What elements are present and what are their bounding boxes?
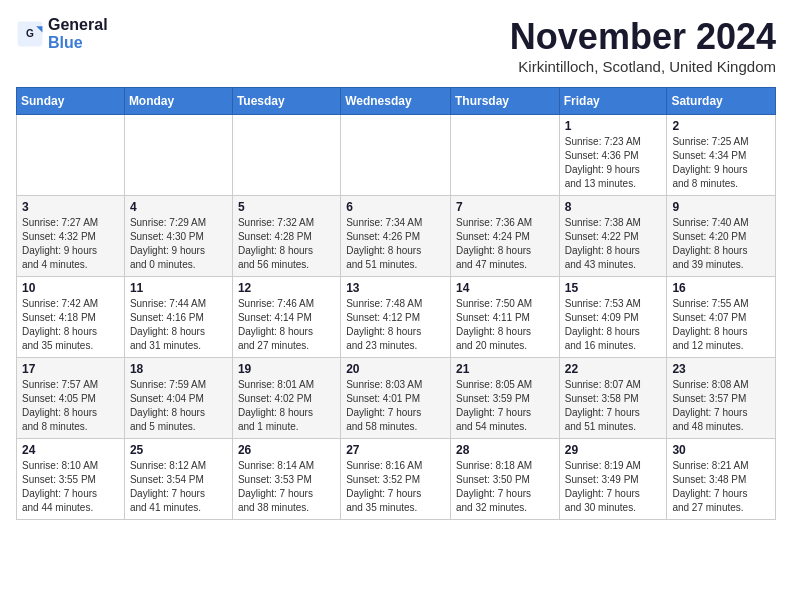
day-info: Sunrise: 7:53 AM Sunset: 4:09 PM Dayligh…	[565, 297, 662, 353]
calendar-cell: 11Sunrise: 7:44 AM Sunset: 4:16 PM Dayli…	[124, 277, 232, 358]
day-info: Sunrise: 7:40 AM Sunset: 4:20 PM Dayligh…	[672, 216, 770, 272]
day-info: Sunrise: 7:32 AM Sunset: 4:28 PM Dayligh…	[238, 216, 335, 272]
header-day-tuesday: Tuesday	[232, 88, 340, 115]
day-info: Sunrise: 7:57 AM Sunset: 4:05 PM Dayligh…	[22, 378, 119, 434]
day-number: 10	[22, 281, 119, 295]
calendar-cell: 29Sunrise: 8:19 AM Sunset: 3:49 PM Dayli…	[559, 439, 667, 520]
day-info: Sunrise: 7:50 AM Sunset: 4:11 PM Dayligh…	[456, 297, 554, 353]
header-row: SundayMondayTuesdayWednesdayThursdayFrid…	[17, 88, 776, 115]
day-number: 29	[565, 443, 662, 457]
calendar-cell: 19Sunrise: 8:01 AM Sunset: 4:02 PM Dayli…	[232, 358, 340, 439]
calendar-cell: 18Sunrise: 7:59 AM Sunset: 4:04 PM Dayli…	[124, 358, 232, 439]
calendar-cell: 3Sunrise: 7:27 AM Sunset: 4:32 PM Daylig…	[17, 196, 125, 277]
day-info: Sunrise: 7:27 AM Sunset: 4:32 PM Dayligh…	[22, 216, 119, 272]
calendar-cell: 15Sunrise: 7:53 AM Sunset: 4:09 PM Dayli…	[559, 277, 667, 358]
day-number: 16	[672, 281, 770, 295]
day-number: 21	[456, 362, 554, 376]
week-row-2: 3Sunrise: 7:27 AM Sunset: 4:32 PM Daylig…	[17, 196, 776, 277]
calendar-cell: 20Sunrise: 8:03 AM Sunset: 4:01 PM Dayli…	[341, 358, 451, 439]
calendar-cell: 16Sunrise: 7:55 AM Sunset: 4:07 PM Dayli…	[667, 277, 776, 358]
calendar-cell: 7Sunrise: 7:36 AM Sunset: 4:24 PM Daylig…	[450, 196, 559, 277]
day-info: Sunrise: 8:08 AM Sunset: 3:57 PM Dayligh…	[672, 378, 770, 434]
day-number: 5	[238, 200, 335, 214]
calendar-cell: 5Sunrise: 7:32 AM Sunset: 4:28 PM Daylig…	[232, 196, 340, 277]
day-info: Sunrise: 7:29 AM Sunset: 4:30 PM Dayligh…	[130, 216, 227, 272]
calendar-cell: 13Sunrise: 7:48 AM Sunset: 4:12 PM Dayli…	[341, 277, 451, 358]
day-info: Sunrise: 7:42 AM Sunset: 4:18 PM Dayligh…	[22, 297, 119, 353]
calendar-cell: 25Sunrise: 8:12 AM Sunset: 3:54 PM Dayli…	[124, 439, 232, 520]
day-number: 27	[346, 443, 445, 457]
calendar-cell	[17, 115, 125, 196]
day-info: Sunrise: 7:55 AM Sunset: 4:07 PM Dayligh…	[672, 297, 770, 353]
day-number: 17	[22, 362, 119, 376]
day-number: 7	[456, 200, 554, 214]
day-number: 2	[672, 119, 770, 133]
title-section: November 2024 Kirkintilloch, Scotland, U…	[510, 16, 776, 75]
week-row-3: 10Sunrise: 7:42 AM Sunset: 4:18 PM Dayli…	[17, 277, 776, 358]
day-info: Sunrise: 8:03 AM Sunset: 4:01 PM Dayligh…	[346, 378, 445, 434]
day-info: Sunrise: 7:48 AM Sunset: 4:12 PM Dayligh…	[346, 297, 445, 353]
calendar-cell: 27Sunrise: 8:16 AM Sunset: 3:52 PM Dayli…	[341, 439, 451, 520]
svg-text:G: G	[26, 28, 34, 39]
calendar-cell: 1Sunrise: 7:23 AM Sunset: 4:36 PM Daylig…	[559, 115, 667, 196]
calendar-table: SundayMondayTuesdayWednesdayThursdayFrid…	[16, 87, 776, 520]
header-day-saturday: Saturday	[667, 88, 776, 115]
week-row-1: 1Sunrise: 7:23 AM Sunset: 4:36 PM Daylig…	[17, 115, 776, 196]
day-number: 14	[456, 281, 554, 295]
calendar-cell: 21Sunrise: 8:05 AM Sunset: 3:59 PM Dayli…	[450, 358, 559, 439]
day-number: 3	[22, 200, 119, 214]
calendar-cell: 23Sunrise: 8:08 AM Sunset: 3:57 PM Dayli…	[667, 358, 776, 439]
day-number: 22	[565, 362, 662, 376]
calendar-header: SundayMondayTuesdayWednesdayThursdayFrid…	[17, 88, 776, 115]
calendar-cell: 17Sunrise: 7:57 AM Sunset: 4:05 PM Dayli…	[17, 358, 125, 439]
calendar-cell: 22Sunrise: 8:07 AM Sunset: 3:58 PM Dayli…	[559, 358, 667, 439]
calendar-cell: 30Sunrise: 8:21 AM Sunset: 3:48 PM Dayli…	[667, 439, 776, 520]
day-info: Sunrise: 7:36 AM Sunset: 4:24 PM Dayligh…	[456, 216, 554, 272]
day-info: Sunrise: 8:14 AM Sunset: 3:53 PM Dayligh…	[238, 459, 335, 515]
calendar-cell: 4Sunrise: 7:29 AM Sunset: 4:30 PM Daylig…	[124, 196, 232, 277]
week-row-5: 24Sunrise: 8:10 AM Sunset: 3:55 PM Dayli…	[17, 439, 776, 520]
calendar-cell	[232, 115, 340, 196]
day-number: 12	[238, 281, 335, 295]
header-day-sunday: Sunday	[17, 88, 125, 115]
calendar-cell: 8Sunrise: 7:38 AM Sunset: 4:22 PM Daylig…	[559, 196, 667, 277]
day-number: 8	[565, 200, 662, 214]
day-number: 15	[565, 281, 662, 295]
calendar-cell	[341, 115, 451, 196]
day-info: Sunrise: 8:05 AM Sunset: 3:59 PM Dayligh…	[456, 378, 554, 434]
calendar-cell: 24Sunrise: 8:10 AM Sunset: 3:55 PM Dayli…	[17, 439, 125, 520]
day-info: Sunrise: 8:19 AM Sunset: 3:49 PM Dayligh…	[565, 459, 662, 515]
day-info: Sunrise: 7:38 AM Sunset: 4:22 PM Dayligh…	[565, 216, 662, 272]
location-subtitle: Kirkintilloch, Scotland, United Kingdom	[510, 58, 776, 75]
logo: G General Blue	[16, 16, 108, 51]
day-number: 23	[672, 362, 770, 376]
day-info: Sunrise: 8:07 AM Sunset: 3:58 PM Dayligh…	[565, 378, 662, 434]
calendar-body: 1Sunrise: 7:23 AM Sunset: 4:36 PM Daylig…	[17, 115, 776, 520]
header-day-wednesday: Wednesday	[341, 88, 451, 115]
day-info: Sunrise: 7:44 AM Sunset: 4:16 PM Dayligh…	[130, 297, 227, 353]
day-info: Sunrise: 8:18 AM Sunset: 3:50 PM Dayligh…	[456, 459, 554, 515]
calendar-cell	[450, 115, 559, 196]
calendar-cell	[124, 115, 232, 196]
day-number: 28	[456, 443, 554, 457]
day-number: 13	[346, 281, 445, 295]
calendar-cell: 12Sunrise: 7:46 AM Sunset: 4:14 PM Dayli…	[232, 277, 340, 358]
day-number: 9	[672, 200, 770, 214]
day-number: 25	[130, 443, 227, 457]
day-number: 24	[22, 443, 119, 457]
day-number: 30	[672, 443, 770, 457]
month-title: November 2024	[510, 16, 776, 58]
day-info: Sunrise: 8:16 AM Sunset: 3:52 PM Dayligh…	[346, 459, 445, 515]
day-number: 20	[346, 362, 445, 376]
day-info: Sunrise: 7:34 AM Sunset: 4:26 PM Dayligh…	[346, 216, 445, 272]
day-number: 18	[130, 362, 227, 376]
header-day-friday: Friday	[559, 88, 667, 115]
day-info: Sunrise: 8:01 AM Sunset: 4:02 PM Dayligh…	[238, 378, 335, 434]
calendar-cell: 28Sunrise: 8:18 AM Sunset: 3:50 PM Dayli…	[450, 439, 559, 520]
day-number: 6	[346, 200, 445, 214]
calendar-cell: 6Sunrise: 7:34 AM Sunset: 4:26 PM Daylig…	[341, 196, 451, 277]
calendar-cell: 14Sunrise: 7:50 AM Sunset: 4:11 PM Dayli…	[450, 277, 559, 358]
logo-icon: G	[16, 20, 44, 48]
week-row-4: 17Sunrise: 7:57 AM Sunset: 4:05 PM Dayli…	[17, 358, 776, 439]
day-info: Sunrise: 7:46 AM Sunset: 4:14 PM Dayligh…	[238, 297, 335, 353]
